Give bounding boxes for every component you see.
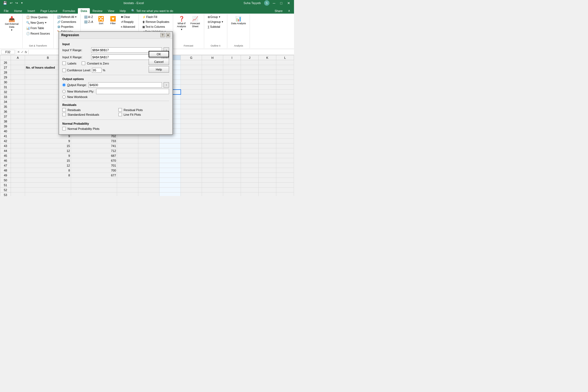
constant-zero-label: Constant is Zero [87,62,109,65]
dialog-separator3 [62,120,169,120]
residuals-left: Residuals Standardized Residuals [62,108,113,117]
normal-prob-row: Normal Probability Plots [62,127,169,130]
residuals-options: Residuals Standardized Residuals Residua… [62,108,169,117]
dialog-body: OK Cancel Help Input Input Y Range: ↑ In… [59,39,172,134]
residual-plots-row: Residual Plots [118,108,169,112]
dialog-title-bar[interactable]: Regression ? ✕ [59,32,172,39]
confidence-value-field[interactable] [92,68,102,73]
input-section-title: Input [62,42,169,46]
new-worksheet-label: New Worksheet Ply: [67,90,94,93]
line-fit-label: Line Fit Plots [124,113,141,116]
new-workbook-radio[interactable] [62,95,66,99]
constant-zero-checkbox[interactable] [82,62,85,65]
normal-prob-section-title: Normal Probability [62,122,169,125]
output-section-title: Output options [62,77,169,81]
residuals-right: Residual Plots Line Fit Plots [118,108,169,117]
new-worksheet-radio[interactable] [62,90,66,93]
labels-checkbox-label: Labels [68,62,76,65]
std-residuals-checkbox[interactable] [62,113,66,116]
constant-zero-row: Constant is Zero [82,62,109,65]
line-fit-checkbox[interactable] [118,113,122,116]
dialog-buttons: OK Cancel Help [149,51,169,73]
dialog-title: Regression [61,33,79,37]
new-worksheet-field[interactable] [96,89,169,94]
residuals-label: Residuals [68,108,81,112]
confidence-label: Confidence Level: [67,69,91,72]
confidence-checkbox[interactable] [62,69,66,72]
output-range-button[interactable]: ↑ [164,82,169,88]
input-x-label: Input X Range: [62,56,90,59]
line-fit-row: Line Fit Plots [118,113,169,116]
normal-prob-label: Normal Probability Plots [68,127,99,130]
std-residuals-row: Standardized Residuals [62,113,113,116]
confidence-pct: % [103,69,105,72]
residual-plots-checkbox[interactable] [118,108,122,112]
residuals-section-title: Residuals [62,103,169,106]
output-range-field[interactable] [88,82,162,88]
dialog-help-icon[interactable]: ? [160,33,165,37]
output-range-radio[interactable] [62,83,66,87]
normal-prob-checkbox[interactable] [62,127,66,130]
labels-checkbox[interactable] [62,62,66,65]
residuals-row: Residuals [62,108,113,112]
regression-dialog: Regression ? ✕ OK Cancel Help Input Inpu… [59,31,173,135]
new-workbook-row: New Workbook [62,95,169,99]
residuals-checkbox[interactable] [62,108,66,112]
help-button[interactable]: Help [149,66,169,73]
labels-checkbox-row: Labels [62,62,76,65]
input-y-label: Input Y Range: [62,48,90,52]
std-residuals-label: Standardized Residuals [68,113,99,116]
ok-button[interactable]: OK [149,51,169,57]
dialog-overlay: Regression ? ✕ OK Cancel Help Input Inpu… [0,0,294,196]
dialog-separator [62,75,169,75]
residual-plots-label: Residual Plots [124,108,143,112]
dialog-separator2 [62,101,169,101]
output-range-label: Output Range: [67,83,87,87]
new-worksheet-row: New Worksheet Ply: [62,89,169,94]
dialog-title-controls: ? ✕ [160,33,170,37]
dialog-close-icon[interactable]: ✕ [166,33,170,37]
output-range-row: Output Range: ↑ [62,82,169,88]
new-workbook-label: New Workbook [67,95,94,99]
cancel-button[interactable]: Cancel [149,59,169,65]
